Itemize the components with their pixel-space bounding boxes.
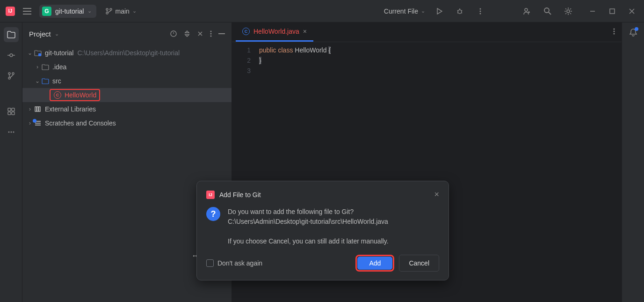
chevron-down-icon: ⌄ xyxy=(87,8,92,14)
question-icon: ? xyxy=(206,207,220,221)
code-with-me-icon[interactable] xyxy=(521,5,534,18)
app-icon: IJ xyxy=(6,7,15,16)
tree-label: External Libraries xyxy=(45,105,96,113)
dialog-filepath: C:\Users\Admin\Desktop\git-tutorial\src\… xyxy=(228,217,389,227)
class-icon: C xyxy=(53,91,62,99)
tree-root-path: C:\Users\Admin\Desktop\git-tutorial xyxy=(77,49,180,57)
branch-selector[interactable]: main ⌄ xyxy=(102,6,140,17)
project-tool-button[interactable] xyxy=(4,27,19,42)
dont-ask-again-checkbox[interactable]: Don't ask again xyxy=(206,259,262,267)
tree-label: Scratches and Consoles xyxy=(45,119,116,127)
svg-rect-16 xyxy=(12,108,14,111)
project-name-label: git-tutorial xyxy=(55,7,84,15)
svg-rect-28 xyxy=(37,107,38,111)
tab-label: HelloWorld.java xyxy=(253,28,299,35)
tree-file-helloworld[interactable]: C HelloWorld xyxy=(22,88,232,102)
close-button[interactable] xyxy=(625,5,638,18)
notifications-icon[interactable] xyxy=(629,28,637,38)
svg-point-8 xyxy=(544,8,549,13)
hide-panel-icon[interactable] xyxy=(218,30,225,37)
left-tool-rail xyxy=(0,22,22,302)
top-toolbar: IJ G git-tutorial ⌄ main ⌄ Current File … xyxy=(0,0,644,22)
svg-point-13 xyxy=(12,73,14,74)
collapse-all-icon[interactable] xyxy=(197,30,203,37)
tree-label: HelloWorld xyxy=(65,91,96,99)
svg-rect-10 xyxy=(610,9,615,14)
branch-icon xyxy=(106,8,112,15)
svg-rect-15 xyxy=(8,108,11,111)
svg-point-5 xyxy=(480,10,481,12)
chevron-right-icon: › xyxy=(26,106,34,112)
add-button[interactable]: Add xyxy=(357,257,392,270)
expand-all-icon[interactable] xyxy=(184,30,190,37)
svg-point-4 xyxy=(480,8,481,9)
maximize-button[interactable] xyxy=(606,5,619,18)
search-icon[interactable] xyxy=(541,5,554,18)
more-tools-icon[interactable] xyxy=(4,125,19,140)
main-menu-icon[interactable] xyxy=(21,5,34,18)
branch-name-label: main xyxy=(115,7,129,15)
svg-point-24 xyxy=(210,33,212,35)
svg-rect-29 xyxy=(39,107,40,111)
dialog-question: Do you want to add the following file to… xyxy=(228,207,389,217)
svg-point-12 xyxy=(8,73,10,74)
dialog-note: If you choose Cancel, you can still add … xyxy=(228,236,389,246)
close-tab-icon[interactable]: × xyxy=(303,28,307,35)
minimize-button[interactable] xyxy=(586,5,599,18)
svg-point-30 xyxy=(614,28,615,29)
svg-point-1 xyxy=(110,8,112,10)
svg-point-19 xyxy=(8,132,9,133)
checkbox-label: Don't ask again xyxy=(217,259,262,267)
more-actions-icon[interactable] xyxy=(474,5,487,18)
chevron-down-icon: ⌄ xyxy=(26,50,34,56)
chevron-down-icon[interactable]: ⌄ xyxy=(55,31,59,37)
svg-point-9 xyxy=(567,10,570,13)
highlight-annotation: C HelloWorld xyxy=(50,89,100,101)
chevron-down-icon: ⌄ xyxy=(421,8,425,14)
checkbox-box-icon xyxy=(206,259,214,267)
tree-folder-src[interactable]: ⌄ src xyxy=(22,74,232,88)
module-folder-icon xyxy=(34,50,42,56)
svg-point-32 xyxy=(614,33,615,34)
structure-tool-button[interactable] xyxy=(4,104,19,119)
commit-tool-button[interactable] xyxy=(4,48,19,63)
run-button[interactable] xyxy=(433,5,446,18)
tree-root[interactable]: ⌄ git-tutorial C:\Users\Admin\Desktop\gi… xyxy=(22,46,232,60)
svg-rect-27 xyxy=(35,107,36,111)
library-icon xyxy=(34,106,42,112)
svg-point-25 xyxy=(210,36,212,37)
svg-point-11 xyxy=(10,54,13,57)
line-number: 3 xyxy=(232,66,251,76)
source-folder-icon xyxy=(41,78,50,84)
chevron-down-icon: ⌄ xyxy=(132,8,137,14)
chevron-right-icon: › xyxy=(34,64,41,70)
code-editor[interactable]: 1 2 3 public class HelloWorld { } xyxy=(232,42,622,76)
project-selector[interactable]: G git-tutorial ⌄ xyxy=(39,5,96,18)
tree-scratches[interactable]: › Scratches and Consoles xyxy=(22,116,232,130)
editor-options-icon[interactable] xyxy=(613,28,615,37)
panel-options-icon[interactable] xyxy=(210,30,212,37)
svg-rect-26 xyxy=(38,53,41,56)
git-tool-button[interactable] xyxy=(4,68,19,83)
tree-folder-idea[interactable]: › .idea xyxy=(22,60,232,74)
select-opened-file-icon[interactable] xyxy=(170,30,177,37)
svg-rect-17 xyxy=(8,112,11,115)
svg-point-20 xyxy=(10,132,12,133)
tree-label: .idea xyxy=(52,63,66,71)
cancel-button[interactable]: Cancel xyxy=(399,255,439,272)
scratches-icon xyxy=(34,120,42,126)
line-number: 1 xyxy=(232,45,251,55)
class-icon: C xyxy=(242,28,250,35)
code-content: public class HelloWorld { } xyxy=(259,45,331,76)
dialog-title: Add File to Git xyxy=(219,191,261,199)
tree-label: src xyxy=(52,77,61,85)
right-tool-rail xyxy=(622,22,644,302)
svg-rect-18 xyxy=(12,112,14,115)
add-file-to-git-dialog: IJ Add File to Git × ? Do you want to ad… xyxy=(196,181,449,280)
debug-button[interactable] xyxy=(453,5,466,18)
editor-tab-helloworld[interactable]: C HelloWorld.java × xyxy=(236,22,313,42)
settings-icon[interactable] xyxy=(562,5,575,18)
close-dialog-icon[interactable]: × xyxy=(434,190,439,199)
run-config-selector[interactable]: Current File ⌄ xyxy=(384,7,425,15)
tree-external-libraries[interactable]: › External Libraries xyxy=(22,102,232,116)
